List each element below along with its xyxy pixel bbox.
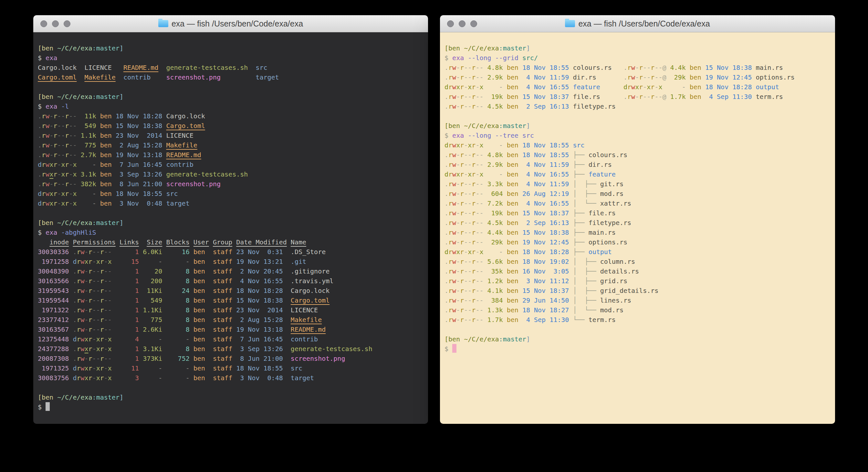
terminal-line: Cargo.toml Makefile contrib screenshot.p…: [38, 72, 428, 82]
titlebar[interactable]: exa — fish /Users/ben/Code/exa/exa: [440, 15, 835, 32]
terminal-line: $ exa --long --tree src: [444, 130, 835, 140]
terminal-line: $ exa -l: [38, 101, 428, 111]
terminal-line: [ben ~/C/e/exa:master]: [38, 92, 428, 101]
terminal-line: 20087308 .rw-r--r-- 1 373Ki 752 ben staf…: [38, 354, 428, 363]
terminal-line: 30163567 .rw-r--r-- 1 2.6Ki 8 ben staff …: [38, 325, 428, 334]
terminal-line: 30048390 .rw-r--r-- 1 20 8 ben staff 2 N…: [38, 266, 428, 276]
terminal-line: .rw-r--r-- 4.4k ben 15 Nov 18:38 ├── mai…: [444, 228, 835, 237]
terminal-line: .rw-r--r-- 382k ben 8 Jun 21:00 screensh…: [38, 179, 428, 189]
terminal-line: 31959544 .rw-r--r-- 1 549 8 ben staff 15…: [38, 295, 428, 305]
folder-icon: [158, 20, 168, 27]
terminal-window-light: exa — fish /Users/ben/Code/exa/exa [ben …: [440, 15, 835, 424]
close-button[interactable]: [447, 20, 454, 27]
terminal-line: 1971258 drwxr-xr-x 15 - - ben staff 19 N…: [38, 257, 428, 266]
terminal-line: .rw-r--r-- 7.2k ben 4 Nov 16:55 │ └── xa…: [444, 199, 835, 208]
terminal-line: $: [444, 344, 835, 354]
terminal-line: [ben ~/C/e/exa:master]: [38, 218, 428, 228]
terminal-line: .rw-r--r-- 2.7k ben 19 Nov 13:18 README.…: [38, 150, 428, 160]
terminal-line: 1971325 drwxr-xr-x 11 - - ben staff 18 N…: [38, 363, 428, 373]
terminal-line: [38, 82, 428, 92]
terminal-line: .rw-r--r-- 19k ben 15 Nov 18:37 file.rs …: [444, 92, 835, 101]
terminal-line: .rw-r--r-- 2.9k ben 4 Nov 11:59 ├── dir.…: [444, 160, 835, 169]
window-title: exa — fish /Users/ben/Code/exa/exa: [172, 19, 303, 28]
terminal-line: drwxr-xr-x - ben 18 Nov 18:55 src: [444, 140, 835, 150]
terminal-line: 30083756 drwxr-xr-x 3 - - ben staff 3 No…: [38, 373, 428, 383]
terminal-line: inode Permissions Links Size Blocks User…: [38, 237, 428, 247]
terminal-line: 1971322 .rw-r--r-- 1 1.1Ki 8 ben staff 2…: [38, 305, 428, 315]
terminal-line: .rw-r--r-- 2.9k ben 4 Nov 11:59 dir.rs .…: [444, 72, 835, 82]
terminal-line: .rw-r--r-- 775 ben 2 Aug 15:28 Makefile: [38, 140, 428, 150]
terminal-line: drwxr-xr-x - ben 3 Nov 0:48 target: [38, 199, 428, 208]
terminal-output[interactable]: [ben ~/C/e/exa:master]$ exaCargo.lock LI…: [33, 32, 428, 424]
terminal-line: .rw-r--r-- 4.5k ben 2 Sep 16:13 filetype…: [444, 101, 835, 111]
terminal-window-dark: exa — fish /Users/ben/Code/exa/exa [ben …: [33, 15, 428, 424]
terminal-line: 24377288 .rwxr-xr-x 1 3.1Ki 8 ben staff …: [38, 344, 428, 354]
zoom-button[interactable]: [470, 20, 477, 27]
terminal-line: drwxr-xr-x - ben 4 Nov 16:55 feature drw…: [444, 82, 835, 92]
terminal-line: .rw-r--r-- 11k ben 18 Nov 18:28 Cargo.lo…: [38, 111, 428, 121]
traffic-lights: [447, 15, 477, 32]
terminal-line: [444, 111, 835, 121]
terminal-line: drwxr-xr-x - ben 18 Nov 18:55 src: [38, 189, 428, 199]
terminal-line: $: [38, 402, 428, 412]
terminal-line: [38, 208, 428, 218]
minimize-button[interactable]: [459, 20, 465, 27]
terminal-line: .rw-r--r-- 19k ben 15 Nov 18:37 ├── file…: [444, 208, 835, 218]
terminal-line: .rwxr-xr-x 3.1k ben 3 Sep 13:26 generate…: [38, 169, 428, 179]
terminal-line: [38, 383, 428, 392]
terminal-line: .rw-r--r-- 4.8k ben 18 Nov 18:55 colours…: [444, 63, 835, 72]
terminal-line: .rw-r--r-- 604 ben 26 Aug 12:19 │ ├── mo…: [444, 189, 835, 199]
titlebar[interactable]: exa — fish /Users/ben/Code/exa/exa: [33, 15, 428, 32]
terminal-line: [444, 325, 835, 334]
terminal-line: [ben ~/C/e/exa:master]: [444, 43, 835, 53]
cursor-block: [452, 344, 457, 353]
terminal-line: .rw-r--r-- 384 ben 29 Jun 14:50 │ ├── li…: [444, 295, 835, 305]
folder-icon: [565, 20, 575, 27]
terminal-line: drwxr-xr-x - ben 4 Nov 16:55 ├── feature: [444, 169, 835, 179]
terminal-line: .rw-r--r-- 1.1k ben 23 Nov 2014 LICENCE: [38, 130, 428, 140]
terminal-line: $ exa --long --grid src/: [444, 53, 835, 63]
terminal-output[interactable]: [ben ~/C/e/exa:master]$ exa --long --gri…: [440, 32, 835, 424]
window-title: exa — fish /Users/ben/Code/exa/exa: [578, 19, 710, 28]
terminal-line: [ben ~/C/e/exa:master]: [444, 334, 835, 344]
terminal-line: .rw-r--r-- 4.8k ben 18 Nov 18:55 ├── col…: [444, 150, 835, 160]
terminal-line: .rw-r--r-- 1.2k ben 3 Nov 11:12 │ ├── gr…: [444, 276, 835, 286]
terminal-line: [ben ~/C/e/exa:master]: [38, 43, 428, 53]
terminal-line: 31959543 .rw-r--r-- 1 11Ki 24 ben staff …: [38, 286, 428, 295]
terminal-line: [ben ~/C/e/exa:master]: [38, 392, 428, 402]
terminal-line: .rw-r--r-- 1.3k ben 18 Nov 18:27 │ └── m…: [444, 305, 835, 315]
terminal-line: drwxr-xr-x - ben 7 Jun 16:45 contrib: [38, 160, 428, 169]
terminal-line: .rw-r--r-- 1.7k ben 4 Sep 11:30 └── term…: [444, 315, 835, 325]
terminal-line: .rw-r--r-- 29k ben 19 Nov 12:45 ├── opti…: [444, 237, 835, 247]
terminal-line: $ exa: [38, 53, 428, 63]
terminal-line: .rw-r--r-- 4.1k ben 15 Nov 18:37 │ ├── g…: [444, 286, 835, 295]
terminal-line: .rw-r--r-- 5.6k ben 18 Nov 19:02 │ ├── c…: [444, 257, 835, 266]
cursor-block: [45, 402, 50, 411]
terminal-line: .rw-r--r-- 35k ben 16 Nov 3:05 │ ├── det…: [444, 266, 835, 276]
terminal-line: .rw-r--r-- 3.3k ben 4 Nov 11:59 │ ├── gi…: [444, 179, 835, 189]
terminal-line: Cargo.lock LICENCE README.md generate-te…: [38, 63, 428, 72]
terminal-line: 23377412 .rw-r--r-- 1 775 8 ben staff 2 …: [38, 315, 428, 325]
terminal-line: $ exa -abghHliS: [38, 228, 428, 237]
terminal-line: .rw-r--r-- 4.5k ben 2 Sep 16:13 ├── file…: [444, 218, 835, 228]
zoom-button[interactable]: [64, 20, 70, 27]
terminal-line: 30030336 .rw-r--r-- 1 6.0Ki 16 ben staff…: [38, 247, 428, 257]
terminal-line: .rw-r--r-- 549 ben 15 Nov 18:38 Cargo.to…: [38, 121, 428, 130]
minimize-button[interactable]: [52, 20, 59, 27]
close-button[interactable]: [40, 20, 47, 27]
title-group: exa — fish /Users/ben/Code/exa/exa: [158, 19, 303, 28]
terminal-line: [ben ~/C/e/exa:master]: [444, 121, 835, 130]
terminal-line: 12375448 drwxr-xr-x 4 - - ben staff 7 Ju…: [38, 334, 428, 344]
terminal-line: 30163566 .rw-r--r-- 1 200 8 ben staff 4 …: [38, 276, 428, 286]
terminal-line: drwxr-xr-x - ben 18 Nov 18:28 ├── output: [444, 247, 835, 257]
traffic-lights: [40, 15, 70, 32]
title-group: exa — fish /Users/ben/Code/exa/exa: [565, 19, 710, 28]
